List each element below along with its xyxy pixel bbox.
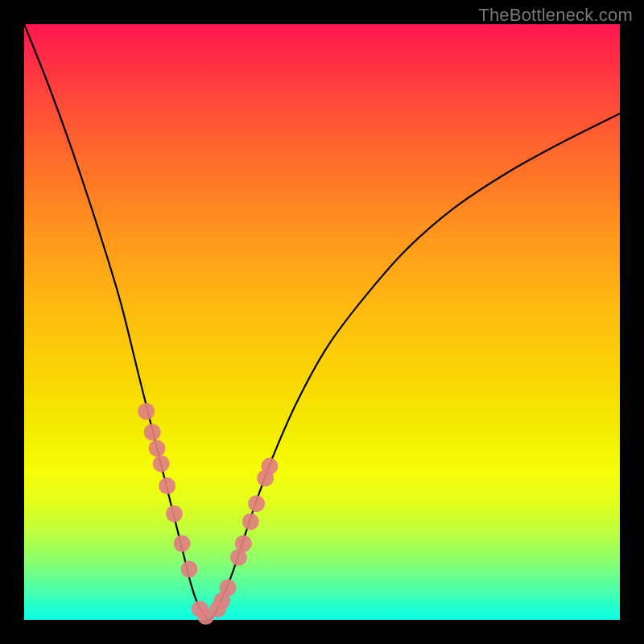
marker-dot [159,477,175,494]
marker-dot [235,535,252,552]
chart-container: TheBottleneck.com [0,0,644,644]
marker-dot [220,580,237,597]
marker-dot [248,495,265,512]
marker-dot [166,506,183,522]
marker-dot [174,535,191,552]
marker-dot [180,561,197,578]
bottleneck-curve [24,24,620,620]
marker-dot [144,423,161,440]
marker-dot [242,513,259,530]
marker-dot [261,458,278,475]
marker-dot [138,403,155,420]
plot-area [24,24,620,620]
marker-group [138,403,278,625]
watermark-text: TheBottleneck.com [478,5,633,26]
chart-svg [24,24,620,620]
marker-dot [153,456,170,473]
marker-dot [149,440,166,456]
